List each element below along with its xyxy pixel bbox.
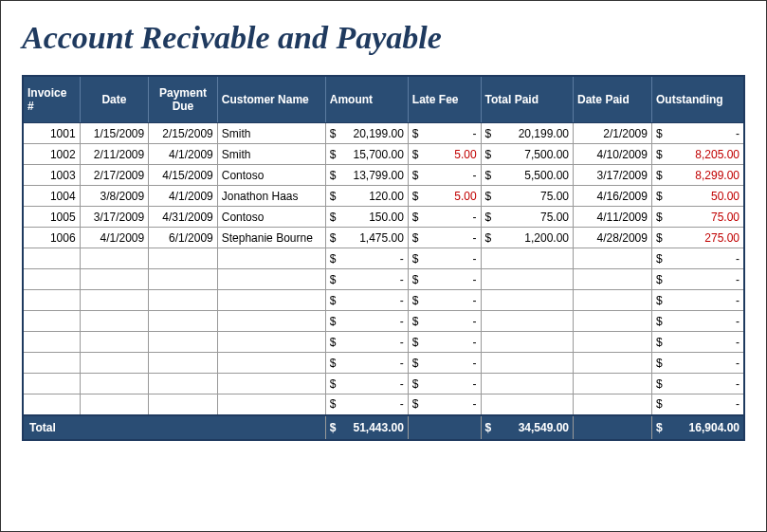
money-cell: $- [651, 269, 744, 290]
cell [80, 311, 149, 332]
cell [574, 311, 652, 332]
money-cell: $5.00 [408, 144, 481, 165]
money-cell: $275.00 [651, 228, 744, 248]
cell [23, 269, 80, 290]
totals-outstanding: $16,904.00 [651, 415, 744, 440]
col-header-outstanding: Outstanding [651, 76, 744, 123]
cell: 1004 [23, 186, 80, 207]
money-cell: $- [408, 332, 481, 353]
cell [23, 353, 80, 374]
money-cell: $1,200.00 [481, 228, 573, 248]
cell: 3/17/2009 [574, 165, 652, 186]
cell [574, 394, 652, 415]
cell [217, 269, 325, 290]
cell [217, 374, 325, 394]
cell [80, 353, 149, 374]
cell: 3/17/2009 [80, 207, 149, 228]
money-cell: $20,199.00 [325, 123, 408, 144]
table-row-empty: $-$-$- [23, 269, 744, 290]
cell: 4/1/2009 [149, 144, 218, 165]
cell: 1002 [23, 144, 80, 165]
cell [23, 248, 80, 269]
cell [217, 394, 325, 415]
cell: 4/10/2009 [574, 144, 652, 165]
cell [574, 353, 652, 374]
cell: 6/1/2009 [149, 228, 218, 248]
ar-table: Invoice # Date Payment Due Customer Name… [22, 75, 745, 441]
cell: 4/1/2009 [80, 228, 149, 248]
cell [217, 353, 325, 374]
money-cell: $5.00 [408, 186, 481, 207]
cell [80, 248, 149, 269]
money-cell: $- [408, 269, 481, 290]
cell [481, 332, 573, 353]
cell [217, 290, 325, 311]
money-cell: $20,199.00 [481, 123, 573, 144]
money-cell: $- [325, 353, 408, 374]
cell: Stephanie Bourne [217, 228, 325, 248]
money-cell: $5,500.00 [481, 165, 573, 186]
cell [149, 290, 218, 311]
cell [149, 332, 218, 353]
table-row: 10043/8/20094/1/2009Jonathon Haas$120.00… [23, 186, 744, 207]
cell [574, 269, 652, 290]
totals-late-fee [408, 415, 481, 440]
cell: 4/16/2009 [574, 186, 652, 207]
cell [80, 394, 149, 415]
cell [574, 248, 652, 269]
table-header-row: Invoice # Date Payment Due Customer Name… [23, 76, 744, 123]
cell [80, 269, 149, 290]
document-page: Account Recivable and Payable Invoice # … [0, 0, 767, 532]
cell: 2/17/2009 [80, 165, 149, 186]
money-cell: $- [408, 394, 481, 415]
cell: 4/31/2009 [149, 207, 218, 228]
col-header-payment-due: Payment Due [149, 76, 218, 123]
cell [481, 311, 573, 332]
totals-label: Total [23, 415, 325, 440]
totals-date-paid [574, 415, 652, 440]
table-row-empty: $-$-$- [23, 311, 744, 332]
money-cell: $- [408, 353, 481, 374]
money-cell: $75.00 [481, 186, 573, 207]
money-cell: $- [325, 394, 408, 415]
col-header-invoice: Invoice # [23, 76, 80, 123]
cell [574, 332, 652, 353]
money-cell: $- [325, 374, 408, 394]
totals-total-paid: $34,549.00 [481, 415, 573, 440]
cell: 3/8/2009 [80, 186, 149, 207]
cell: Smith [217, 144, 325, 165]
money-cell: $13,799.00 [325, 165, 408, 186]
money-cell: $- [408, 290, 481, 311]
cell: 4/15/2009 [149, 165, 218, 186]
money-cell: $- [325, 311, 408, 332]
money-cell: $75.00 [481, 207, 573, 228]
cell: 1001 [23, 123, 80, 144]
money-cell: $- [408, 248, 481, 269]
cell [217, 311, 325, 332]
cell [481, 248, 573, 269]
money-cell: $- [325, 248, 408, 269]
money-cell: $- [408, 165, 481, 186]
money-cell: $75.00 [651, 207, 744, 228]
money-cell: $- [651, 123, 744, 144]
table-row-empty: $-$-$- [23, 290, 744, 311]
totals-row: Total $51,443.00 $34,549.00 $16,904.00 [23, 415, 744, 440]
money-cell: $120.00 [325, 186, 408, 207]
cell: 2/11/2009 [80, 144, 149, 165]
cell [23, 374, 80, 394]
money-cell: $1,475.00 [325, 228, 408, 248]
col-header-late-fee: Late Fee [408, 76, 481, 123]
cell: 2/1/2009 [574, 123, 652, 144]
cell [217, 248, 325, 269]
money-cell: $- [651, 394, 744, 415]
money-cell: $- [408, 123, 481, 144]
money-cell: $- [651, 353, 744, 374]
cell: Contoso [217, 207, 325, 228]
cell [23, 290, 80, 311]
money-cell: $- [651, 248, 744, 269]
col-header-total-paid: Total Paid [481, 76, 573, 123]
cell [481, 290, 573, 311]
cell [149, 269, 218, 290]
col-header-date: Date [80, 76, 149, 123]
money-cell: $- [325, 290, 408, 311]
